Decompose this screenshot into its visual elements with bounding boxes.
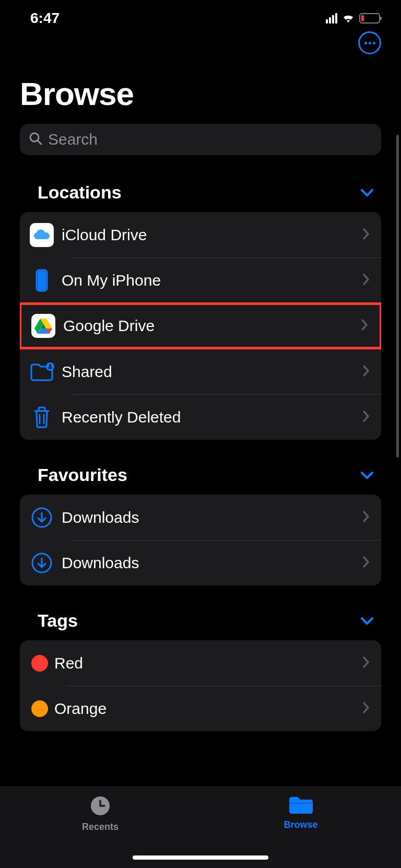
- search-icon: [28, 131, 48, 148]
- location-label: Google Drive: [63, 317, 361, 335]
- search-input[interactable]: [48, 131, 373, 148]
- svg-line-1: [38, 140, 41, 144]
- tab-label: Browse: [284, 819, 317, 830]
- locations-section-header[interactable]: Locations: [0, 157, 401, 212]
- favourite-downloads[interactable]: Downloads: [20, 540, 381, 585]
- chevron-right-icon: [362, 510, 370, 525]
- chevron-down-icon: [360, 471, 374, 479]
- scrollbar[interactable]: [396, 135, 399, 458]
- locations-title: Locations: [38, 182, 122, 203]
- chevron-down-icon: [360, 189, 374, 197]
- svg-rect-3: [38, 271, 46, 290]
- tab-browse[interactable]: Browse: [249, 794, 353, 830]
- location-label: On My iPhone: [62, 272, 362, 289]
- search-field[interactable]: [20, 124, 381, 155]
- tag-label: Red: [54, 654, 362, 672]
- download-icon: [25, 507, 58, 529]
- favourites-title: Favourites: [38, 465, 127, 485]
- chevron-right-icon: [362, 556, 370, 570]
- chevron-right-icon: [362, 228, 370, 242]
- tab-label: Recents: [82, 822, 119, 832]
- wifi-icon: [341, 13, 355, 24]
- clock-icon: [89, 794, 112, 819]
- location-label: iCloud Drive: [62, 226, 362, 244]
- tab-recents[interactable]: Recents: [48, 794, 152, 832]
- folder-icon: [287, 794, 314, 817]
- favourites-section-header[interactable]: Favourites: [0, 440, 401, 495]
- tags-title: Tags: [38, 611, 78, 631]
- tags-section-header[interactable]: Tags: [0, 585, 401, 640]
- cellular-signal-icon: [326, 13, 337, 24]
- status-time: 6:47: [30, 10, 60, 27]
- tag-color-icon: [25, 655, 54, 672]
- location-recently-deleted[interactable]: Recently Deleted: [20, 394, 381, 440]
- icloud-icon: [25, 223, 58, 247]
- chevron-right-icon: [361, 319, 368, 333]
- chevron-down-icon: [360, 617, 374, 625]
- location-on-my-iphone[interactable]: On My iPhone: [20, 257, 381, 303]
- favourite-downloads[interactable]: Downloads: [20, 495, 381, 540]
- more-options-button[interactable]: [358, 31, 381, 54]
- location-label: Shared: [62, 363, 362, 381]
- google-drive-icon: [27, 314, 60, 338]
- shared-folder-icon: [25, 361, 58, 382]
- chevron-right-icon: [362, 410, 370, 425]
- battery-icon: [359, 13, 380, 24]
- trash-icon: [25, 406, 58, 429]
- svg-point-5: [49, 364, 52, 367]
- status-right: [326, 13, 380, 24]
- location-shared[interactable]: Shared: [20, 349, 381, 394]
- favourite-label: Downloads: [62, 509, 362, 526]
- svg-rect-9: [289, 803, 313, 804]
- tag-color-icon: [25, 700, 54, 717]
- tag-label: Orange: [54, 700, 362, 718]
- tag-red[interactable]: Red: [20, 640, 381, 686]
- tag-orange[interactable]: Orange: [20, 686, 381, 731]
- home-indicator[interactable]: [133, 855, 268, 860]
- chevron-right-icon: [362, 656, 370, 671]
- location-google-drive[interactable]: Google Drive: [20, 302, 381, 349]
- download-icon: [25, 552, 58, 574]
- chevron-right-icon: [362, 365, 370, 379]
- chevron-right-icon: [362, 273, 370, 288]
- status-bar: 6:47: [0, 0, 401, 31]
- favourites-list: Downloads Downloads: [20, 495, 381, 585]
- locations-list: iCloud Drive On My iPhone Google Drive S…: [20, 212, 381, 440]
- chevron-right-icon: [362, 701, 370, 716]
- favourite-label: Downloads: [62, 554, 362, 572]
- page-title: Browse: [20, 75, 381, 112]
- location-label: Recently Deleted: [62, 408, 362, 426]
- tags-list: Red Orange: [20, 640, 381, 731]
- iphone-icon: [25, 269, 58, 292]
- location-icloud-drive[interactable]: iCloud Drive: [20, 212, 381, 257]
